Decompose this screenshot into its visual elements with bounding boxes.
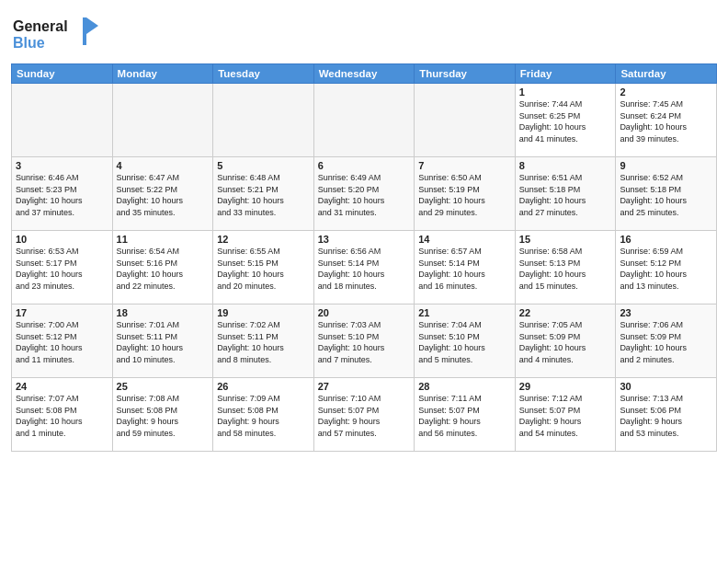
day-number: 11 — [117, 234, 210, 245]
day-info: Sunrise: 6:52 AMSunset: 5:18 PMDaylight:… — [620, 172, 712, 218]
day-info: Sunrise: 7:08 AMSunset: 5:08 PMDaylight:… — [117, 393, 210, 439]
calendar-cell: 20Sunrise: 7:03 AMSunset: 5:10 PMDayligh… — [313, 304, 415, 378]
day-number: 2 — [620, 86, 712, 98]
day-number: 29 — [519, 381, 612, 392]
day-number: 12 — [217, 234, 310, 245]
day-number: 13 — [318, 234, 411, 245]
calendar-cell: 7Sunrise: 6:50 AMSunset: 5:19 PMDaylight… — [415, 157, 516, 231]
day-info: Sunrise: 7:02 AMSunset: 5:11 PMDaylight:… — [217, 319, 310, 365]
day-info: Sunrise: 7:05 AMSunset: 5:09 PMDaylight:… — [519, 319, 612, 365]
day-info: Sunrise: 6:53 AMSunset: 5:17 PMDaylight:… — [16, 246, 108, 292]
week-row-5: 24Sunrise: 7:07 AMSunset: 5:08 PMDayligh… — [12, 378, 717, 452]
calendar-cell: 22Sunrise: 7:05 AMSunset: 5:09 PMDayligh… — [515, 304, 616, 378]
calendar-cell — [112, 84, 213, 157]
day-number: 26 — [217, 381, 310, 392]
day-number: 16 — [620, 234, 712, 245]
svg-text:General: General — [13, 18, 68, 34]
day-info: Sunrise: 7:12 AMSunset: 5:07 PMDaylight:… — [519, 393, 612, 439]
calendar-cell: 16Sunrise: 6:59 AMSunset: 5:12 PMDayligh… — [616, 231, 717, 304]
calendar-cell: 15Sunrise: 6:58 AMSunset: 5:13 PMDayligh… — [515, 231, 616, 304]
calendar-cell: 3Sunrise: 6:46 AMSunset: 5:23 PMDaylight… — [12, 157, 113, 231]
day-info: Sunrise: 7:06 AMSunset: 5:09 PMDaylight:… — [620, 319, 712, 365]
week-row-3: 10Sunrise: 6:53 AMSunset: 5:17 PMDayligh… — [12, 231, 717, 304]
calendar-cell: 13Sunrise: 6:56 AMSunset: 5:14 PMDayligh… — [313, 231, 415, 304]
day-number: 6 — [318, 160, 411, 171]
calendar-cell: 2Sunrise: 7:45 AMSunset: 6:24 PMDaylight… — [616, 84, 717, 157]
calendar-cell: 18Sunrise: 7:01 AMSunset: 5:11 PMDayligh… — [112, 304, 213, 378]
weekday-header-monday: Monday — [112, 64, 213, 84]
calendar-table: SundayMondayTuesdayWednesdayThursdayFrid… — [11, 63, 717, 452]
day-info: Sunrise: 7:09 AMSunset: 5:08 PMDaylight:… — [217, 393, 310, 439]
calendar-cell: 19Sunrise: 7:02 AMSunset: 5:11 PMDayligh… — [213, 304, 314, 378]
day-info: Sunrise: 6:55 AMSunset: 5:15 PMDaylight:… — [217, 246, 310, 292]
calendar-cell: 23Sunrise: 7:06 AMSunset: 5:09 PMDayligh… — [616, 304, 717, 378]
day-number: 1 — [519, 86, 612, 98]
day-number: 18 — [117, 307, 210, 318]
svg-text:Blue: Blue — [13, 35, 45, 51]
day-number: 28 — [418, 381, 511, 392]
weekday-header-friday: Friday — [515, 64, 616, 84]
calendar-cell: 21Sunrise: 7:04 AMSunset: 5:10 PMDayligh… — [415, 304, 516, 378]
day-info: Sunrise: 6:54 AMSunset: 5:16 PMDaylight:… — [117, 246, 210, 292]
logo-text-block: General Blue — [11, 13, 98, 58]
day-number: 21 — [418, 307, 511, 318]
day-info: Sunrise: 7:10 AMSunset: 5:07 PMDaylight:… — [318, 393, 411, 439]
day-info: Sunrise: 6:46 AMSunset: 5:23 PMDaylight:… — [16, 172, 108, 218]
day-info: Sunrise: 7:01 AMSunset: 5:11 PMDaylight:… — [117, 319, 210, 365]
calendar-cell: 11Sunrise: 6:54 AMSunset: 5:16 PMDayligh… — [112, 231, 213, 304]
calendar-cell: 4Sunrise: 6:47 AMSunset: 5:22 PMDaylight… — [112, 157, 213, 231]
logo-icon: General Blue — [11, 13, 98, 54]
calendar-cell: 14Sunrise: 6:57 AMSunset: 5:14 PMDayligh… — [415, 231, 516, 304]
calendar-cell: 27Sunrise: 7:10 AMSunset: 5:07 PMDayligh… — [313, 378, 415, 452]
week-row-1: 1Sunrise: 7:44 AMSunset: 6:25 PMDaylight… — [12, 84, 717, 157]
weekday-header-saturday: Saturday — [616, 64, 717, 84]
svg-marker-2 — [86, 17, 98, 34]
day-info: Sunrise: 6:48 AMSunset: 5:21 PMDaylight:… — [217, 172, 310, 218]
day-info: Sunrise: 6:49 AMSunset: 5:20 PMDaylight:… — [318, 172, 411, 218]
day-info: Sunrise: 6:57 AMSunset: 5:14 PMDaylight:… — [418, 246, 511, 292]
day-info: Sunrise: 7:00 AMSunset: 5:12 PMDaylight:… — [16, 319, 108, 365]
calendar-page: General Blue SundayMondayTuesdayWednesda… — [0, 0, 728, 563]
day-info: Sunrise: 7:07 AMSunset: 5:08 PMDaylight:… — [16, 393, 108, 439]
day-number: 4 — [117, 160, 210, 171]
calendar-cell: 8Sunrise: 6:51 AMSunset: 5:18 PMDaylight… — [515, 157, 616, 231]
day-number: 14 — [418, 234, 511, 245]
calendar-cell: 30Sunrise: 7:13 AMSunset: 5:06 PMDayligh… — [616, 378, 717, 452]
svg-rect-3 — [83, 17, 86, 45]
calendar-cell: 10Sunrise: 6:53 AMSunset: 5:17 PMDayligh… — [12, 231, 113, 304]
day-info: Sunrise: 6:50 AMSunset: 5:19 PMDaylight:… — [418, 172, 511, 218]
day-number: 23 — [620, 307, 712, 318]
day-number: 24 — [16, 381, 108, 392]
day-number: 15 — [519, 234, 612, 245]
calendar-cell: 28Sunrise: 7:11 AMSunset: 5:07 PMDayligh… — [415, 378, 516, 452]
calendar-cell: 24Sunrise: 7:07 AMSunset: 5:08 PMDayligh… — [12, 378, 113, 452]
calendar-cell: 26Sunrise: 7:09 AMSunset: 5:08 PMDayligh… — [213, 378, 314, 452]
calendar-cell — [415, 84, 516, 157]
calendar-cell: 25Sunrise: 7:08 AMSunset: 5:08 PMDayligh… — [112, 378, 213, 452]
day-number: 3 — [16, 160, 108, 171]
calendar-cell: 17Sunrise: 7:00 AMSunset: 5:12 PMDayligh… — [12, 304, 113, 378]
weekday-header-thursday: Thursday — [415, 64, 516, 84]
weekday-header-wednesday: Wednesday — [313, 64, 415, 84]
day-info: Sunrise: 7:04 AMSunset: 5:10 PMDaylight:… — [418, 319, 511, 365]
day-info: Sunrise: 6:47 AMSunset: 5:22 PMDaylight:… — [117, 172, 210, 218]
day-info: Sunrise: 7:44 AMSunset: 6:25 PMDaylight:… — [519, 98, 612, 144]
calendar-cell: 12Sunrise: 6:55 AMSunset: 5:15 PMDayligh… — [213, 231, 314, 304]
calendar-cell — [213, 84, 314, 157]
day-number: 5 — [217, 160, 310, 171]
weekday-header-row: SundayMondayTuesdayWednesdayThursdayFrid… — [12, 64, 717, 84]
weekday-header-tuesday: Tuesday — [213, 64, 314, 84]
day-number: 7 — [418, 160, 511, 171]
day-number: 27 — [318, 381, 411, 392]
day-number: 25 — [117, 381, 210, 392]
day-number: 9 — [620, 160, 712, 171]
week-row-2: 3Sunrise: 6:46 AMSunset: 5:23 PMDaylight… — [12, 157, 717, 231]
day-info: Sunrise: 6:56 AMSunset: 5:14 PMDaylight:… — [318, 246, 411, 292]
day-info: Sunrise: 7:03 AMSunset: 5:10 PMDaylight:… — [318, 319, 411, 365]
day-number: 19 — [217, 307, 310, 318]
day-info: Sunrise: 7:11 AMSunset: 5:07 PMDaylight:… — [418, 393, 511, 439]
calendar-cell: 9Sunrise: 6:52 AMSunset: 5:18 PMDaylight… — [616, 157, 717, 231]
calendar-cell — [12, 84, 113, 157]
calendar-cell — [313, 84, 415, 157]
day-number: 30 — [620, 381, 712, 392]
